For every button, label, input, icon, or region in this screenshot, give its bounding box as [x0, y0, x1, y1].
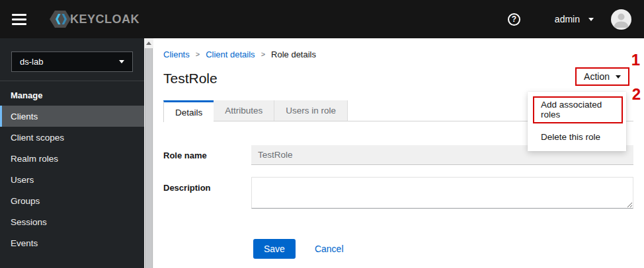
form-actions: Save Cancel: [163, 239, 633, 259]
user-avatar-icon: [611, 9, 631, 30]
menu-item-delete-this-role[interactable]: Delete this role: [528, 123, 626, 147]
description-textarea[interactable]: [251, 177, 633, 209]
annotation-digit-1: 1: [631, 52, 640, 68]
brand-text: KEYCLOAK: [70, 13, 140, 26]
top-bar: KEYCLOAK ? admin: [0, 0, 644, 38]
keycloak-admin-console: KEYCLOAK ? admin ds-lab Manage C: [0, 0, 644, 268]
scrollbar-up-button[interactable]: [144, 38, 153, 48]
nav-toggle-button[interactable]: [7, 6, 33, 32]
role-name-label: Role name: [163, 145, 251, 165]
tab-attributes[interactable]: Attributes: [214, 100, 274, 121]
sidebar-item-events[interactable]: Events: [0, 232, 144, 253]
title-row: TestRole: [163, 69, 633, 88]
action-dropdown-menu: Add associated roles Delete this role: [528, 92, 626, 151]
description-row: Description: [163, 177, 633, 209]
arrow-up-icon: [146, 42, 151, 45]
realm-selector[interactable]: ds-lab: [11, 51, 133, 72]
breadcrumb-client-details[interactable]: Client details: [206, 50, 255, 59]
sidebar-item-clients[interactable]: Clients: [0, 106, 144, 127]
nav-section-label: Manage: [0, 81, 144, 106]
tab-details[interactable]: Details: [163, 100, 214, 122]
username-label: admin: [555, 14, 580, 24]
breadcrumb-separator-icon: >: [196, 50, 200, 58]
realm-name: ds-lab: [20, 57, 43, 67]
question-circle-icon: ?: [508, 13, 520, 26]
sidebar-nav: ds-lab Manage Clients Client scopes Real…: [0, 38, 144, 268]
sidebar-item-sessions[interactable]: Sessions: [0, 211, 144, 232]
breadcrumb: Clients > Client details > Role details: [163, 49, 633, 59]
menu-item-add-associated-roles[interactable]: Add associated roles: [534, 98, 622, 122]
sidebar-item-realm-roles[interactable]: Realm roles: [0, 148, 144, 169]
annotation-box-1: Action: [575, 67, 629, 86]
save-button[interactable]: Save: [253, 239, 296, 259]
keycloak-logo: KEYCLOAK: [49, 9, 140, 29]
vertical-scrollbar[interactable]: [144, 38, 153, 268]
breadcrumb-clients[interactable]: Clients: [163, 50, 190, 59]
nav-list: Clients Client scopes Realm roles Users …: [0, 106, 144, 253]
caret-down-icon: [616, 75, 621, 79]
user-menu-dropdown[interactable]: admin: [555, 14, 594, 24]
hamburger-icon: [12, 14, 26, 16]
sidebar-item-client-scopes[interactable]: Client scopes: [0, 127, 144, 148]
annotation-box-2: Add associated roles: [533, 96, 623, 123]
breadcrumb-role-details: Role details: [271, 50, 316, 59]
help-button[interactable]: ?: [508, 13, 520, 26]
main-content: Clients > Client details > Role details …: [153, 38, 644, 268]
chevron-down-icon: [588, 18, 594, 21]
lower-layout: ds-lab Manage Clients Client scopes Real…: [0, 38, 644, 268]
scrollbar-thumb[interactable]: [145, 48, 153, 268]
avatar[interactable]: [611, 9, 631, 30]
sidebar-item-groups[interactable]: Groups: [0, 190, 144, 211]
chevron-down-icon: [119, 60, 124, 63]
breadcrumb-separator-icon: >: [261, 50, 265, 58]
keycloak-logo-icon: [49, 9, 71, 29]
action-dropdown-button[interactable]: Action: [584, 71, 610, 82]
cancel-link[interactable]: Cancel: [315, 244, 344, 254]
description-label: Description: [163, 177, 251, 209]
page-title: TestRole: [163, 71, 218, 86]
tab-users-in-role[interactable]: Users in role: [274, 100, 348, 121]
annotation-digit-2: 2: [632, 86, 641, 102]
sidebar-item-users[interactable]: Users: [0, 169, 144, 190]
